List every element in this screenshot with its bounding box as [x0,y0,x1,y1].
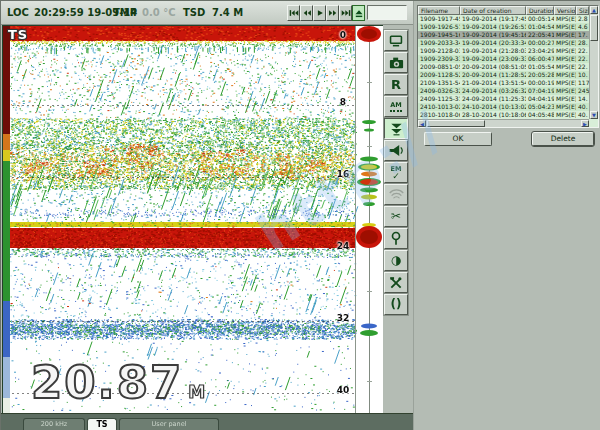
cell: MPS(E) [554,47,576,55]
cell: MPS(E) [554,15,576,23]
file-row-2810-1018-06[interactable]: 2810-1018-0628-10-2014 (10:18:06)04:05:4… [418,111,598,119]
ok-button[interactable]: OK [424,132,492,146]
display-icon [388,34,404,48]
cut-button[interactable]: ✂ [384,206,408,227]
cell: 117 [576,79,589,87]
file-row-1909-2033-34[interactable]: 1909-2033-3419-09-2014 (20:33:34)00:00:2… [418,39,598,47]
cell: 22. [576,55,589,63]
beam-waves-button[interactable] [384,184,408,205]
cell: 04:04:19 [526,95,554,103]
file-row-1909-2128-03[interactable]: 1909-2128-0319-09-2014 (21:28:03)23:04:2… [418,47,598,55]
depth-tick-8: 8 [331,97,355,107]
column-header-filename[interactable]: Filename [418,6,460,15]
record-button[interactable]: R [384,74,408,95]
brackets-button[interactable]: () [384,294,408,315]
cell: 40. [576,103,589,111]
camera-button[interactable] [384,52,408,73]
skip-start-button[interactable] [287,5,300,21]
file-list-rows: 1909-1917-4519-09-2014 (19:17:45)00:05:1… [418,15,598,119]
cell: 20:05:28 [526,71,554,79]
eject-icon [354,9,364,18]
cell: 2409-0326-32 [418,87,460,95]
skip-end-button[interactable] [339,5,352,21]
file-row-2009-0851-05[interactable]: 2009-0851-0520-09-2014 (08:51:05)01:05:5… [418,63,598,71]
tsd-label: TSD [183,7,205,18]
cell: 19-09-2014 (21:28:03) [460,47,526,55]
depth-unit: M [188,382,207,402]
cell: 23:04:29 [526,47,554,55]
tab-user-panel[interactable]: User panel [119,418,219,430]
cell: MPS(E) [554,111,576,119]
loc-label: LOC [7,7,29,18]
cell: 14. [576,95,589,103]
cell: 28-10-2014 (10:18:06) [460,111,526,119]
fast-forward-button[interactable] [326,5,339,21]
vertical-scroll-thumb[interactable] [590,15,598,41]
delete-button[interactable]: Delete [532,132,594,146]
cell: 19-09-2014 (23:09:33) [460,55,526,63]
beam-waves-icon [389,188,404,201]
horn-icon [388,144,404,157]
em-check-button[interactable]: EM✓ [384,162,408,183]
camera-icon [388,56,405,70]
brackets-icon: () [391,298,402,311]
horn-button[interactable] [384,140,408,161]
channel-tab-bar: 200 kHzTSUser panel [1,413,413,430]
column-header-date-of-creation[interactable]: Date of creation [460,6,526,15]
horizontal-scroll-thumb[interactable] [427,120,485,127]
cell: 01:04:54 [526,23,554,31]
play-button[interactable] [313,5,326,21]
cell: 00:05:14 [526,15,554,23]
cell: 19-09-2014 (20:33:34) [460,39,526,47]
depth-tick-16: 16 [331,169,355,179]
file-row-2409-1125-31[interactable]: 2409-1125-3124-09-2014 (11:25:31)04:04:1… [418,95,598,103]
cell: 2410-1013-02 [418,103,460,111]
file-row-1909-1917-45[interactable]: 1909-1917-4519-09-2014 (19:17:45)00:05:1… [418,15,598,23]
cell: 2.8 [576,15,589,23]
echogram-canvas [10,26,383,413]
rewind-button[interactable] [300,5,313,21]
cell: 1909-1926-51 [418,23,460,31]
cell: 1909-2033-34 [418,39,460,47]
tmp-value: 0.0 °C [142,7,176,18]
file-row-2009-1128-52[interactable]: 2009-1128-5220-09-2014 (11:28:52)20:05:2… [418,71,598,79]
play-icon [315,9,325,17]
cell: MPS(E) [554,39,576,47]
file-row-2410-1013-02[interactable]: 2410-1013-0224-10-2014 (10:13:02)05:04:2… [418,103,598,111]
file-row-2409-0326-32[interactable]: 2409-0326-3224-09-2014 (03:26:32)07:04:1… [418,87,598,95]
display-button[interactable] [384,30,408,51]
cell: MPS(E) [554,71,576,79]
contrast-button[interactable]: ◑ [384,250,408,271]
scroll-left-button[interactable]: ◀ [418,120,426,127]
horizontal-scrollbar[interactable]: ◀ ▶ [418,119,589,127]
file-row-1909-2309-33[interactable]: 1909-2309-3319-09-2014 (23:09:33)06:00:4… [418,55,598,63]
cell: 00:00:19 [526,79,554,87]
column-header-version[interactable]: Version [554,6,576,15]
am-mode-button[interactable]: AM [384,96,408,117]
cell: 21-09-2014 (13:51:54) [460,79,526,87]
cell: MPS(E) [554,79,576,87]
scroll-down-button[interactable]: ▼ [590,111,598,119]
vertical-scrollbar[interactable]: ▲ ▼ [589,6,598,119]
echogram-display: TS 0816243240 20.87M [2,25,383,414]
eject-button[interactable] [352,5,365,21]
range-arrows-button[interactable] [384,118,408,139]
cell: 00:00:27 [526,39,554,47]
file-row-1909-1945-16[interactable]: 1909-1945-1619-09-2014 (19:45:16)22:05:4… [418,31,598,39]
file-row-2109-1351-54[interactable]: 2109-1351-5421-09-2014 (13:51:54)00:00:1… [418,79,598,87]
scroll-right-button[interactable]: ▶ [581,120,589,127]
tab-200-khz[interactable]: 200 kHz [23,418,85,430]
cell: MPS(E) [554,87,576,95]
cell: MPS(E) [554,63,576,71]
tools-button[interactable] [384,272,408,293]
column-header-size[interactable]: Size [576,6,589,15]
scroll-up-button[interactable]: ▲ [590,6,598,14]
tab-ts[interactable]: TS [87,418,117,430]
cell: MPS(E) [554,31,576,39]
probe-button[interactable] [384,228,408,249]
cell: 40. [576,111,589,119]
column-header-duration[interactable]: Duration [526,6,554,15]
cell: 10. [576,71,589,79]
file-row-1909-1926-51[interactable]: 1909-1926-5119-09-2014 (19:26:51)01:04:5… [418,23,598,31]
file-list[interactable]: FilenameDate of creationDurationVersionS… [417,5,599,128]
